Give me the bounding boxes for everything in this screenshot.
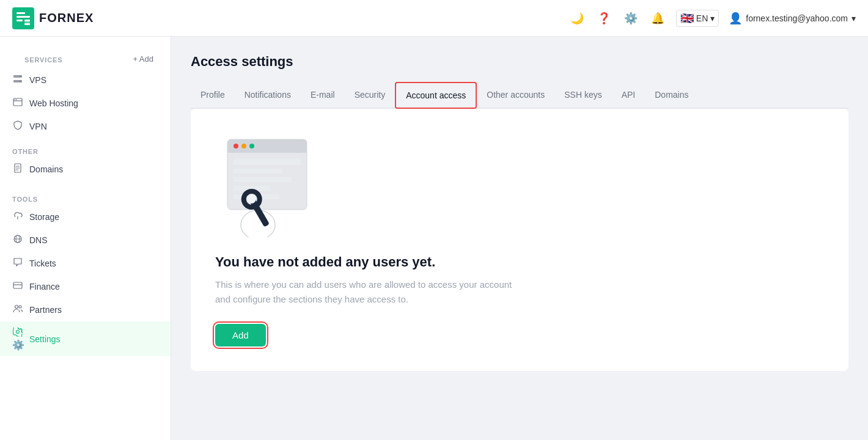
svg-point-31 [234,144,238,148]
chevron-down-icon: ▾ [710,13,715,23]
sidebar-item-domains-other[interactable]: Domains [0,158,171,181]
services-label: SERVICES [12,51,75,66]
logo: FORNEX [12,7,94,29]
globe-icon [12,234,23,246]
other-label: Other [0,143,171,158]
tab-other-accounts[interactable]: Other accounts [477,82,554,108]
sidebar-partners-label: Partners [29,305,62,315]
empty-title: You have not added any users yet. [215,254,435,270]
sidebar-item-vps[interactable]: VPS [0,68,171,92]
svg-rect-3 [17,20,23,21]
sidebar-vpn-label: VPN [29,122,47,131]
svg-point-9 [20,76,21,77]
lang-text: EN [696,13,708,23]
tab-security[interactable]: Security [345,82,395,108]
gear-icon: ⚙️ [12,327,23,351]
svg-rect-6 [24,23,30,25]
svg-rect-30 [227,149,307,153]
doc-icon [12,163,23,175]
services-add-button[interactable]: + Add [128,52,158,66]
app-container: FORNEX 🌙 ❓ ⚙️ 🔔 🇬🇧 EN ▾ 👤 fornex.testing… [0,0,868,440]
svg-rect-23 [13,282,22,288]
user-chevron-icon: ▾ [851,13,856,23]
svg-point-26 [19,306,21,308]
svg-rect-5 [24,20,30,21]
tab-domains[interactable]: Domains [645,82,698,108]
logo-text: FORNEX [39,11,94,25]
user-email: fornex.testing@yahoo.com [746,13,848,23]
add-user-button[interactable]: Add [215,324,266,346]
services-header: SERVICES + Add [0,46,171,68]
user-circle-icon: 👤 [729,12,742,25]
tools-label: TOOLS [0,191,171,205]
svg-point-10 [20,81,21,82]
sidebar-item-storage[interactable]: Storage [0,205,171,229]
tab-profile[interactable]: Profile [191,82,235,108]
user-menu[interactable]: 👤 fornex.testing@yahoo.com ▾ [729,12,856,25]
sidebar-item-vpn[interactable]: VPN [0,115,171,138]
svg-rect-34 [234,159,301,165]
svg-rect-35 [234,169,282,174]
svg-rect-36 [234,177,292,182]
chat-icon [12,257,23,270]
svg-point-14 [16,99,17,100]
svg-rect-2 [17,16,30,18]
logo-icon [12,7,34,29]
sidebar-item-tickets[interactable]: Tickets [0,252,171,275]
flag-icon: 🇬🇧 [680,12,694,25]
empty-illustration [215,133,313,237]
shield-icon [12,120,23,133]
topbar-right: 🌙 ❓ ⚙️ 🔔 🇬🇧 EN ▾ 👤 fornex.testing@yahoo.… [568,10,856,27]
notifications-icon[interactable]: 🔔 [649,10,666,27]
sidebar-item-partners[interactable]: Partners [0,298,171,321]
topbar: FORNEX 🌙 ❓ ⚙️ 🔔 🇬🇧 EN ▾ 👤 fornex.testing… [0,0,868,37]
page-content: Access settings Profile Notifications E-… [171,37,868,440]
main-layout: SERVICES + Add VPS Web Hosting VPN [0,37,868,440]
sidebar-item-web-hosting[interactable]: Web Hosting [0,92,171,115]
empty-description: This is where you can add users who are … [215,277,521,307]
svg-rect-0 [12,7,34,29]
tab-ssh-keys[interactable]: SSH keys [554,82,611,108]
page-title: Access settings [191,54,848,70]
svg-point-32 [241,144,246,148]
svg-point-33 [249,144,254,148]
tabs-bar: Profile Notifications E-mail Security Ac… [191,82,848,109]
tab-email[interactable]: E-mail [301,82,345,108]
sidebar-item-settings[interactable]: ⚙️ Settings [0,321,171,356]
people-icon [12,304,23,316]
svg-point-27 [17,331,20,334]
card-icon [12,280,23,293]
server-icon [12,74,23,86]
svg-rect-1 [17,12,25,14]
svg-point-13 [15,99,16,100]
empty-state: You have not added any users yet. This i… [215,133,824,346]
sidebar-vps-label: VPS [29,75,46,85]
sidebar-item-dns[interactable]: DNS [0,229,171,252]
sidebar-dns-label: DNS [29,235,48,245]
sidebar-finance-label: Finance [29,282,60,292]
tab-notifications[interactable]: Notifications [235,82,301,108]
sidebar: SERVICES + Add VPS Web Hosting VPN [0,37,171,440]
sidebar-domains-other-label: Domains [29,164,63,174]
help-icon[interactable]: ❓ [595,10,612,27]
tab-api[interactable]: API [612,82,645,108]
svg-point-25 [15,306,18,309]
main-card: You have not added any users yet. This i… [191,109,848,371]
language-selector[interactable]: 🇬🇧 EN ▾ [676,10,719,27]
sidebar-item-finance[interactable]: Finance [0,275,171,298]
cloud-icon [12,211,23,223]
browser-icon [12,97,23,109]
settings-icon[interactable]: ⚙️ [622,10,639,27]
sidebar-settings-label: Settings [29,334,61,344]
sidebar-web-hosting-label: Web Hosting [29,98,78,108]
tab-account-access[interactable]: Account access [395,82,477,109]
sidebar-tickets-label: Tickets [29,258,56,268]
dark-mode-icon[interactable]: 🌙 [568,10,586,27]
sidebar-storage-label: Storage [29,212,59,222]
